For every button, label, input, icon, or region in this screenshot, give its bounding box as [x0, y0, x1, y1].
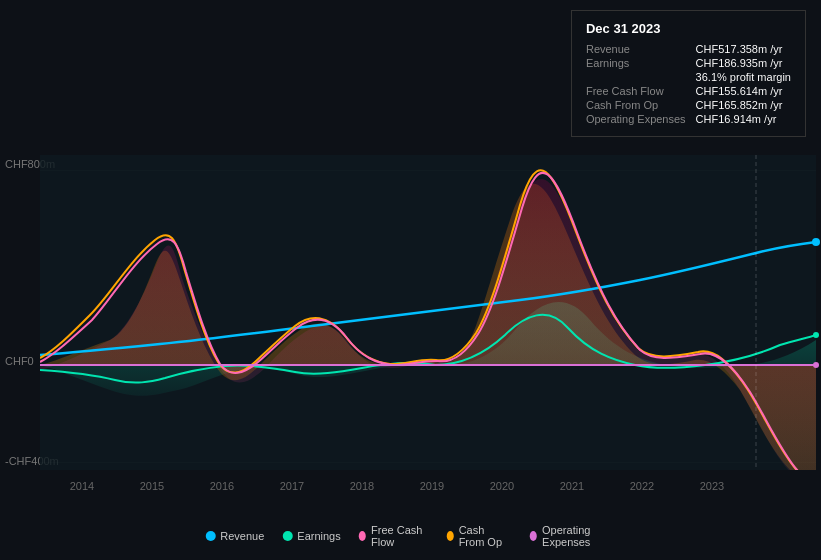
legend-opex-dot	[530, 531, 537, 541]
tooltip-revenue-label: Revenue	[586, 42, 696, 56]
x-label-2021: 2021	[560, 480, 584, 492]
x-label-2016: 2016	[210, 480, 234, 492]
tooltip-revenue-value: CHF517.358m /yr	[696, 42, 791, 56]
legend-opex-label: Operating Expenses	[542, 524, 616, 548]
legend-earnings-label: Earnings	[297, 530, 340, 542]
legend-opex[interactable]: Operating Expenses	[530, 524, 616, 548]
legend-fcf[interactable]: Free Cash Flow	[359, 524, 429, 548]
x-label-2020: 2020	[490, 480, 514, 492]
opex-dot-2023	[813, 362, 819, 368]
tooltip-earnings-row: Earnings CHF186.935m /yr	[586, 56, 791, 70]
tooltip-earnings-label: Earnings	[586, 56, 696, 70]
x-label-2015: 2015	[140, 480, 164, 492]
tooltip-fcf-row: Free Cash Flow CHF155.614m /yr	[586, 84, 791, 98]
x-label-2022: 2022	[630, 480, 654, 492]
legend-revenue-dot	[205, 531, 215, 541]
tooltip-date: Dec 31 2023	[586, 21, 791, 36]
legend-earnings-dot	[282, 531, 292, 541]
legend-earnings[interactable]: Earnings	[282, 530, 340, 542]
x-label-2023: 2023	[700, 480, 724, 492]
legend-cashop-label: Cash From Op	[459, 524, 512, 548]
tooltip-fcf-label: Free Cash Flow	[586, 84, 696, 98]
tooltip-margin-row: 36.1% profit margin	[586, 70, 791, 84]
legend-cashop-dot	[446, 531, 453, 541]
tooltip-opex-row: Operating Expenses CHF16.914m /yr	[586, 112, 791, 126]
chart-container: Dec 31 2023 Revenue CHF517.358m /yr Earn…	[0, 0, 821, 560]
tooltip-cashop-row: Cash From Op CHF165.852m /yr	[586, 98, 791, 112]
x-label-2018: 2018	[350, 480, 374, 492]
x-label-2014: 2014	[70, 480, 94, 492]
legend-fcf-dot	[359, 531, 366, 541]
legend-fcf-label: Free Cash Flow	[371, 524, 428, 548]
tooltip-revenue-row: Revenue CHF517.358m /yr	[586, 42, 791, 56]
tooltip-cashop-value: CHF165.852m /yr	[696, 98, 791, 112]
tooltip-cashop-label: Cash From Op	[586, 98, 696, 112]
tooltip-opex-value: CHF16.914m /yr	[696, 112, 791, 126]
x-label-2019: 2019	[420, 480, 444, 492]
tooltip-opex-label: Operating Expenses	[586, 112, 696, 126]
legend-revenue-label: Revenue	[220, 530, 264, 542]
chart-legend: Revenue Earnings Free Cash Flow Cash Fro…	[205, 524, 616, 548]
tooltip-margin-value: 36.1% profit margin	[696, 70, 791, 84]
tooltip-box: Dec 31 2023 Revenue CHF517.358m /yr Earn…	[571, 10, 806, 137]
legend-cashop[interactable]: Cash From Op	[446, 524, 511, 548]
revenue-dot-2023	[812, 238, 820, 246]
tooltip-earnings-value: CHF186.935m /yr	[696, 56, 791, 70]
legend-revenue[interactable]: Revenue	[205, 530, 264, 542]
tooltip-fcf-value: CHF155.614m /yr	[696, 84, 791, 98]
x-label-2017: 2017	[280, 480, 304, 492]
earnings-dot-2023	[813, 332, 819, 338]
